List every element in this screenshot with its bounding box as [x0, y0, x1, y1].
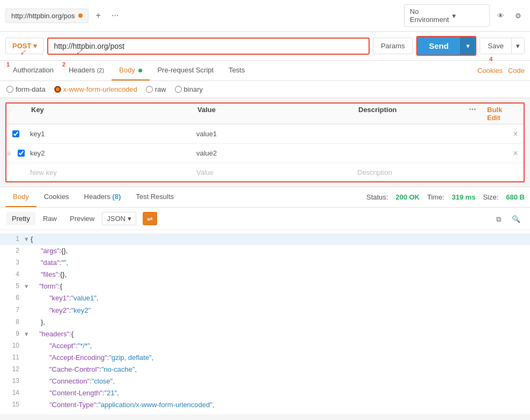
- format-label: JSON: [107, 215, 126, 223]
- send-group: Send ▾: [416, 36, 477, 56]
- new-row-desc[interactable]: Description: [352, 165, 524, 180]
- time-label: Time:: [427, 193, 444, 201]
- header-dots[interactable]: ···: [465, 104, 481, 124]
- row2-value[interactable]: value2: [191, 146, 352, 160]
- settings-button[interactable]: ⚙: [512, 9, 525, 23]
- line-number: 13: [3, 375, 19, 386]
- code-token-brace: {: [31, 233, 33, 245]
- tab-tests[interactable]: Tests: [221, 61, 252, 80]
- code-token-key: "Cache-Control": [49, 364, 99, 375]
- drag-handle-icon[interactable]: ≡: [6, 149, 17, 158]
- code-token-key: "args": [41, 245, 60, 257]
- line-number: 10: [3, 340, 19, 351]
- copy-icon: ⧉: [496, 215, 501, 223]
- raw-label: raw: [155, 85, 166, 93]
- env-label: No Environment: [410, 8, 449, 24]
- new-row-key[interactable]: New key: [25, 165, 191, 180]
- tab-body[interactable]: Body: [112, 61, 150, 80]
- bulk-edit-btn[interactable]: Bulk Edit: [481, 104, 524, 124]
- pretty-tab-button[interactable]: Pretty: [6, 212, 35, 225]
- row2-delete-button[interactable]: ×: [507, 148, 524, 159]
- table-row: ≡ key2 value2 ×: [6, 144, 524, 163]
- line-number: 15: [3, 399, 19, 410]
- collapse-arrow-icon[interactable]: ▾: [25, 328, 28, 340]
- code-token-string: "close",: [92, 375, 115, 387]
- tabs-right: 4 Cookies Code: [477, 67, 525, 75]
- row2-checkbox[interactable]: [18, 150, 25, 157]
- res-tab-cookies[interactable]: Cookies: [36, 187, 77, 207]
- code-token-string: "*/*",: [78, 340, 92, 352]
- code-line: 6"key1": "value1",: [0, 292, 530, 304]
- wrap-button[interactable]: ⇌: [143, 212, 157, 225]
- form-data-radio[interactable]: form-data: [6, 85, 46, 93]
- save-button[interactable]: Save: [480, 38, 511, 54]
- tab-pre-request[interactable]: Pre-request Script: [150, 61, 221, 80]
- body-dot: [138, 69, 142, 72]
- save-dropdown-button[interactable]: ▾: [511, 38, 524, 54]
- row1-desc[interactable]: [352, 131, 507, 137]
- row1-key[interactable]: key1: [25, 127, 191, 141]
- tab-headers[interactable]: Headers (2) 2 ↓: [61, 61, 112, 80]
- code-line: 3"data": "",: [0, 257, 530, 269]
- row1-checkbox[interactable]: [12, 130, 19, 137]
- save-group: Save ▾: [480, 38, 525, 54]
- code-link[interactable]: Code: [508, 67, 525, 75]
- res-tab-body[interactable]: Body: [5, 187, 36, 207]
- res-tab-headers[interactable]: Headers (8): [77, 187, 129, 207]
- search-json-button[interactable]: 🔍: [509, 212, 524, 225]
- line-number: 4: [3, 269, 19, 279]
- collapse-arrow-icon[interactable]: ▾: [25, 233, 28, 245]
- new-row-value[interactable]: Value: [191, 165, 352, 180]
- line-number: 7: [3, 305, 19, 315]
- tab-url-text: http://httpbin.org/pos: [11, 12, 75, 20]
- preview-tab-button[interactable]: Preview: [64, 212, 100, 225]
- raw-radio[interactable]: raw: [146, 85, 166, 93]
- headers-badge: (2): [97, 67, 104, 73]
- add-tab-button[interactable]: +: [93, 9, 104, 23]
- size-label: Size:: [483, 193, 498, 201]
- cookies-link[interactable]: Cookies: [477, 67, 503, 75]
- url-input[interactable]: http://httpbin.org/post: [47, 38, 369, 55]
- code-token-key: "Accept": [49, 340, 76, 352]
- more-tabs-button[interactable]: ···: [108, 9, 122, 23]
- line-number: 3: [3, 257, 19, 268]
- send-button[interactable]: Send: [417, 37, 461, 55]
- binary-radio[interactable]: binary: [175, 85, 203, 93]
- format-selector[interactable]: JSON ▾: [102, 212, 136, 225]
- new-row: New key Value Description: [6, 163, 524, 181]
- tab-authorization[interactable]: Authorization 1 ↓: [5, 61, 61, 80]
- code-token-key: "key1": [49, 292, 69, 304]
- json-toolbar: Pretty Raw Preview JSON ▾ ⇌ ⧉ 🔍: [0, 208, 530, 230]
- form-data-label: form-data: [16, 85, 46, 93]
- copy-button[interactable]: ⧉: [493, 212, 504, 225]
- row1-value[interactable]: value1: [191, 127, 352, 141]
- raw-tab-button[interactable]: Raw: [38, 212, 62, 225]
- row2-key[interactable]: key2: [25, 146, 191, 160]
- environment-selector[interactable]: No Environment ▾: [404, 4, 490, 27]
- code-token-key: "form": [39, 281, 58, 292]
- code-line: 15"Content-Type": "application/x-www-for…: [0, 399, 530, 411]
- tab-dot: [78, 13, 83, 18]
- code-token-key: "Content-Length": [49, 387, 102, 399]
- line-number: 5: [3, 281, 19, 291]
- collapse-arrow-icon[interactable]: ▾: [25, 281, 28, 292]
- header-description: Description: [352, 104, 465, 124]
- eye-button[interactable]: 👁: [494, 9, 507, 23]
- line-number: 9: [3, 328, 19, 339]
- send-dropdown-button[interactable]: ▾: [460, 37, 475, 55]
- line-number: 8: [3, 316, 19, 327]
- params-button[interactable]: Params: [373, 38, 413, 54]
- code-token-brace: {: [71, 328, 73, 340]
- search-icon: 🔍: [512, 215, 520, 223]
- browser-tab[interactable]: http://httpbin.org/pos: [5, 9, 89, 23]
- header-key: Key: [25, 104, 191, 124]
- json-right-icons: ⧉ 🔍: [493, 212, 524, 225]
- res-tab-test-results[interactable]: Test Results: [128, 187, 181, 207]
- row2-desc[interactable]: [352, 150, 507, 157]
- params-table-section: Key Value Description ··· Bulk Edit key1…: [0, 102, 530, 182]
- code-token-brace: {},: [61, 245, 68, 257]
- urlencoded-radio[interactable]: x-www-form-urlencoded: [54, 85, 137, 93]
- annot-2: 2: [62, 61, 65, 68]
- table-header: Key Value Description ··· Bulk Edit: [6, 104, 524, 124]
- row1-delete-button[interactable]: ×: [507, 128, 524, 140]
